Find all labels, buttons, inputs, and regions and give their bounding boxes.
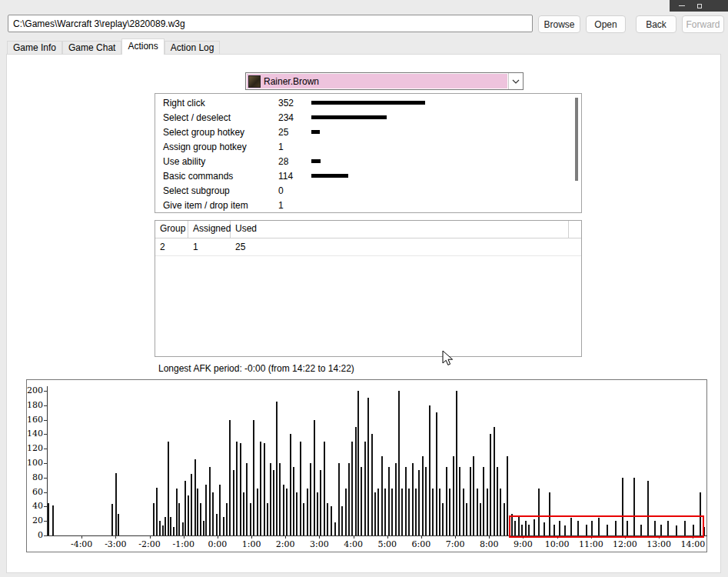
apm-bar (200, 503, 201, 535)
column-header[interactable]: Used (231, 221, 569, 238)
apm-bar (236, 442, 238, 535)
stat-row[interactable]: Give item / drop item1 (155, 198, 581, 213)
hotkey-table-body: 2125 (155, 238, 581, 256)
x-tick (184, 536, 184, 539)
x-tick-label: 11:00 (574, 540, 608, 549)
stat-count: 114 (278, 171, 293, 182)
tab-game-chat[interactable]: Game Chat (62, 41, 121, 54)
stat-row[interactable]: Select subgroup0 (155, 184, 581, 198)
x-tick-label: -2:00 (133, 540, 167, 549)
x-tick (319, 536, 320, 539)
apm-bar (246, 463, 248, 535)
apm-bar (286, 489, 288, 535)
stat-count: 234 (278, 112, 294, 123)
apm-bar (290, 434, 291, 535)
stat-row[interactable]: Basic commands114 (155, 169, 581, 184)
apm-bar (184, 481, 186, 535)
y-tick (44, 449, 47, 449)
forward-button[interactable]: Forward (682, 15, 724, 33)
x-tick-label: 7:00 (438, 540, 472, 549)
x-tick (251, 536, 252, 539)
actions-tab-panel: Rainer.Brown Right click352Select / dese… (6, 54, 721, 573)
tab-game-info[interactable]: Game Info (7, 41, 62, 54)
y-tick (44, 420, 47, 421)
apm-bar (205, 485, 207, 535)
apm-bar (257, 489, 258, 535)
titlebar-controls (670, 0, 728, 12)
apm-bar (391, 489, 393, 535)
apm-bar (48, 503, 49, 535)
apm-bar (159, 521, 161, 535)
y-tick-label: 0 (27, 530, 43, 540)
player-selected-item[interactable]: Rainer.Brown (247, 74, 507, 88)
apm-bar (260, 442, 261, 535)
apm-bar (203, 521, 204, 535)
apm-bar (176, 489, 178, 535)
apm-bar (446, 467, 447, 535)
apm-bar (243, 492, 244, 535)
apm-bar (425, 467, 427, 535)
apm-bar (331, 506, 332, 535)
back-button[interactable]: Back (636, 15, 676, 33)
stats-scrollbar[interactable] (574, 98, 579, 208)
apm-bar (412, 463, 414, 535)
apm-bar (436, 412, 437, 535)
player-select-dropdown[interactable]: Rainer.Brown (245, 72, 524, 90)
apm-bar (303, 503, 304, 535)
apm-bar (367, 398, 369, 535)
player-avatar-icon (248, 75, 261, 88)
tab-action-log[interactable]: Action Log (165, 41, 221, 54)
apm-bar (415, 489, 417, 535)
apm-bar (473, 456, 474, 535)
apm-bar (283, 485, 284, 535)
stat-label: Basic commands (163, 171, 233, 182)
apm-bar (226, 503, 228, 535)
y-tick (44, 434, 47, 435)
x-tick (354, 536, 354, 539)
stat-row[interactable]: Assign group hotkey1 (155, 140, 581, 155)
tab-actions[interactable]: Actions (121, 38, 164, 55)
apm-bar (504, 503, 505, 535)
table-row[interactable]: 2125 (155, 238, 581, 256)
browse-button[interactable]: Browse (538, 15, 580, 33)
apm-bar (507, 456, 508, 535)
apm-bar (307, 489, 308, 535)
apm-bar (463, 489, 464, 535)
table-cell: 1 (188, 242, 231, 252)
apm-bar (156, 488, 158, 535)
apm-bar (276, 402, 278, 535)
apm-bar (212, 492, 214, 535)
x-tick (387, 536, 388, 539)
apm-bar (153, 503, 155, 535)
stat-row[interactable]: Use ability28 (155, 155, 581, 169)
y-tick-label: 160 (27, 415, 43, 425)
x-tick-label: 9:00 (506, 540, 540, 549)
y-tick (44, 521, 47, 522)
window-maximize-icon[interactable] (697, 4, 702, 8)
apm-bar (334, 522, 336, 535)
stat-row[interactable]: Select / deselect234 (155, 111, 581, 125)
stat-row[interactable]: Select group hotkey25 (155, 125, 581, 140)
column-header[interactable]: Group (155, 221, 188, 238)
column-header[interactable]: Assigned (188, 221, 231, 238)
apm-bar (324, 442, 325, 535)
apm-bar (477, 489, 478, 535)
apm-bar (494, 427, 495, 535)
window-minimize-icon[interactable] (679, 5, 685, 6)
x-tick-label: 3:00 (302, 540, 336, 549)
x-tick-label: 1:00 (234, 540, 268, 549)
chevron-down-icon[interactable] (508, 73, 523, 89)
apm-bar (480, 503, 481, 535)
stat-bar-icon (311, 115, 387, 119)
apm-bar (310, 463, 311, 535)
apm-bar (442, 503, 444, 535)
apm-bar (459, 467, 460, 535)
stat-row[interactable]: Right click352 (155, 96, 581, 111)
scrollbar-thumb[interactable] (575, 98, 578, 181)
apm-bar (165, 517, 166, 535)
replay-path-input[interactable] (8, 15, 533, 32)
open-button[interactable]: Open (586, 15, 626, 33)
y-tick-label: 120 (27, 443, 43, 453)
y-tick-label: 140 (27, 429, 43, 439)
apm-bar (405, 467, 407, 535)
